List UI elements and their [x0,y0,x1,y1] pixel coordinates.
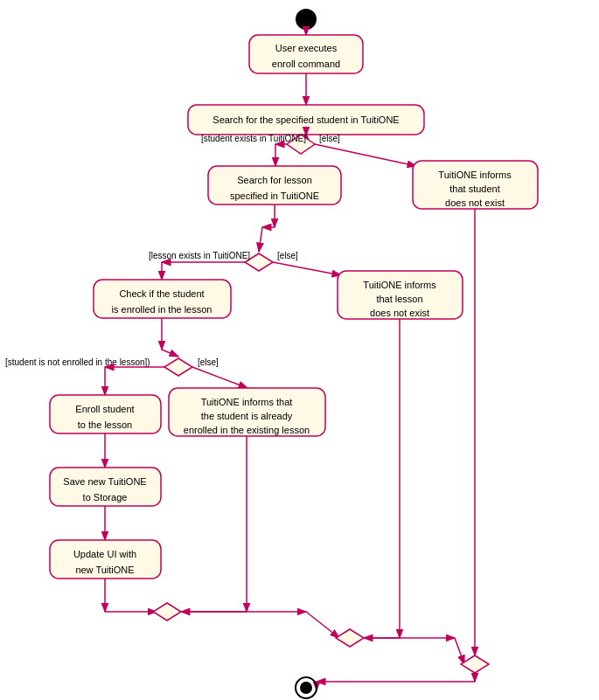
save-storage-text2: to Storage [83,492,128,502]
arrow-d5-to-d6b [455,638,464,664]
already-enrolled-text1: TuitiONE informs that [201,397,293,407]
check-enrolled-text1: Check if the student [119,288,204,299]
label-lesson-exists: [lesson exists in TuitiONE] [149,251,250,260]
student-not-exist-text2: that student [449,184,500,194]
label-student-exists: [student exists in TuitiONE] [201,134,306,143]
end-node-inner [300,682,312,694]
arrow-check-to-d3b [162,350,178,357]
arrow-d2-to-lessonnotexist [273,262,341,275]
search-student-text: Search for the specified student in Tuit… [212,114,399,125]
arrow-d3-to-already [192,367,247,388]
search-lesson-text1: Search for lesson [237,175,312,185]
student-not-exist-text1: TuitiONE informs [438,170,512,180]
arrow-d1-to-notexist [315,144,416,166]
label-else-enrolled: [else] [198,357,219,367]
student-not-exist-text3: does not exist [445,198,505,208]
search-lesson-text2: specified in TuitiONE [230,191,319,201]
arrow-searchlesson-to-d2c [259,227,262,252]
already-enrolled-text2: the student is already [201,411,293,421]
user-executes-text: User executes [275,43,338,53]
update-ui-text1: Update UI with [73,549,136,559]
enroll-student-text2: to the lesson [78,419,132,430]
lesson-not-exist-text1: TuitiONE informs [363,280,436,290]
user-executes-text2: enroll command [272,59,340,69]
update-ui-text2: new TuitiONE [75,565,134,575]
start-node [296,9,317,30]
label-not-enrolled: [student is not enrolled in the lesson]) [5,357,150,367]
check-enrolled-text2: is enrolled in the lesson [112,304,212,315]
enroll-student-text1: Enroll student [75,404,134,414]
arrow-d4-to-d5b [306,612,339,638]
save-storage-text1: Save new TuitiONE [63,476,146,487]
diamond-merge1 [153,603,181,620]
label-else-student: [else] [319,134,340,143]
diamond-merge3 [461,655,489,673]
already-enrolled-text3: enrolled in the existing lesson [184,425,310,435]
diamond-merge2 [336,629,364,647]
diamond-enrolled [164,358,192,376]
lesson-not-exist-text2: that lesson [376,294,422,304]
lesson-not-exist-text3: does not exist [370,308,429,318]
label-else-lesson: [else] [277,251,298,260]
